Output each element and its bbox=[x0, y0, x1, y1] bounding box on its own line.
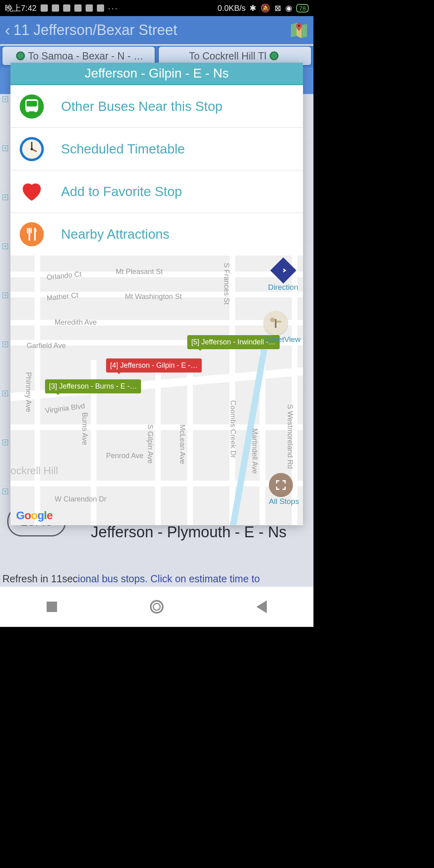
direction-icon bbox=[270, 257, 296, 283]
stop-actions-modal: Jefferson - Gilpin - E - Ns Other Buses … bbox=[10, 63, 303, 525]
svg-point-12 bbox=[31, 148, 33, 150]
street-label: McLean Ave bbox=[178, 424, 186, 464]
page-title: 11 Jefferson/Bexar Street bbox=[13, 22, 289, 39]
map-action-label: All Stops bbox=[269, 497, 299, 506]
back-button[interactable]: ‹ bbox=[5, 22, 10, 38]
refresh-countdown: Refresh in 11sec bbox=[2, 573, 78, 585]
street-label: Burns Ave bbox=[80, 412, 89, 445]
map-allstops-button[interactable]: All Stops bbox=[269, 473, 299, 506]
street-label: Coombs Creek Dr bbox=[229, 400, 237, 458]
mute-icon: 🔕 bbox=[260, 3, 270, 13]
menu-item-label: Nearby Attractions bbox=[61, 227, 170, 242]
wifi-icon: ◉ bbox=[285, 3, 292, 13]
svg-point-6 bbox=[26, 109, 29, 112]
map-stop-pin-current[interactable]: [4] Jefferson - Gilpin - E -… bbox=[106, 358, 202, 373]
svg-point-7 bbox=[34, 109, 37, 112]
street-label: S Frances St bbox=[222, 263, 231, 305]
menu-item-label: Add to Favorite Stop bbox=[61, 184, 182, 199]
street-label: Mt Washington St bbox=[125, 293, 182, 301]
status-icon bbox=[63, 4, 70, 12]
street-label: W Clarendon Dr bbox=[55, 495, 106, 504]
svg-rect-14 bbox=[29, 228, 30, 241]
expand-icon[interactable]: + bbox=[2, 145, 8, 151]
modal-title: Jefferson - Gilpin - E - Ns bbox=[10, 63, 303, 85]
svg-point-13 bbox=[20, 222, 44, 246]
street-label: Garfield Ave bbox=[27, 342, 66, 350]
system-nav-bar bbox=[0, 587, 313, 627]
streetview-icon bbox=[264, 311, 288, 335]
svg-point-19 bbox=[270, 317, 275, 322]
svg-rect-20 bbox=[276, 321, 281, 323]
street-label: Mt Pleasant St bbox=[116, 268, 163, 276]
battery-icon: 78 bbox=[296, 4, 309, 12]
menu-item-timetable[interactable]: Scheduled Timetable bbox=[10, 128, 303, 170]
expand-icon[interactable]: + bbox=[2, 440, 8, 445]
expand-icon[interactable]: + bbox=[2, 244, 8, 249]
expand-icon[interactable]: + bbox=[2, 391, 8, 396]
status-icon bbox=[97, 4, 104, 12]
nav-recent-button[interactable] bbox=[47, 602, 57, 612]
expand-icon[interactable]: + bbox=[2, 342, 8, 347]
alarm-off-icon: ⊠ bbox=[274, 3, 281, 13]
stop-name: Jefferson - Plymouth - E - Ns bbox=[91, 522, 309, 542]
clock-icon bbox=[18, 136, 45, 162]
street-label: Meredith Ave bbox=[55, 318, 97, 327]
map[interactable]: Orlando Ct Mather Ct Mt Pleasant St Mt W… bbox=[10, 256, 303, 525]
street-label: S Westmoreland Rd bbox=[286, 404, 294, 469]
nav-home-button[interactable] bbox=[150, 600, 164, 614]
status-icon bbox=[86, 4, 93, 12]
status-bar: 晚上7:42 ··· 0.0KB/s ✱ 🔕 ⊠ ◉ 78 bbox=[0, 0, 313, 16]
street-label: Virginia Blvd bbox=[45, 402, 86, 415]
street-label: Penrod Ave bbox=[106, 452, 143, 460]
menu-item-attractions[interactable]: Nearby Attractions bbox=[10, 213, 303, 256]
map-button[interactable] bbox=[289, 20, 309, 40]
bus-icon bbox=[16, 51, 25, 60]
fork-knife-icon bbox=[18, 221, 45, 248]
svg-point-2 bbox=[298, 25, 300, 27]
menu-item-label: Scheduled Timetable bbox=[61, 141, 185, 157]
status-icon bbox=[74, 4, 82, 12]
menu-item-favorite[interactable]: Add to Favorite Stop bbox=[10, 170, 303, 213]
status-more-icon: ··· bbox=[108, 4, 119, 13]
network-speed: 0.0KB/s bbox=[217, 4, 246, 13]
tab-label: To Samoa - Bexar - N - … bbox=[28, 50, 144, 62]
heart-icon bbox=[18, 178, 45, 205]
nav-back-button[interactable] bbox=[256, 600, 267, 613]
google-logo: Google bbox=[16, 509, 52, 522]
expand-icon bbox=[269, 473, 293, 497]
street-label: Phinney Ave bbox=[24, 372, 33, 412]
bus-icon bbox=[18, 93, 45, 120]
svg-rect-5 bbox=[27, 101, 37, 106]
bus-icon bbox=[270, 51, 278, 60]
tab-label: To Cockrell Hill Tl bbox=[189, 50, 266, 62]
neighborhood-label: ockrell Hill bbox=[10, 465, 58, 477]
app-header: ‹ 11 Jefferson/Bexar Street bbox=[0, 16, 313, 44]
status-icon bbox=[41, 4, 48, 12]
map-streetview-button[interactable]: StreetView bbox=[264, 311, 301, 344]
street-label: S Gilpin Ave bbox=[146, 424, 154, 464]
map-action-label: StreetView bbox=[264, 335, 301, 344]
menu-item-other-buses[interactable]: Other Buses Near this Stop bbox=[10, 85, 303, 128]
expand-icon[interactable]: + bbox=[2, 489, 8, 494]
status-icon bbox=[52, 4, 59, 12]
status-time: 晚上7:42 bbox=[5, 3, 37, 14]
map-action-label: Direction bbox=[268, 283, 298, 292]
street-label: Martindell Ave bbox=[250, 428, 259, 474]
expand-icon[interactable]: + bbox=[2, 96, 8, 102]
map-direction-button[interactable]: Direction bbox=[268, 261, 298, 292]
menu-item-label: Other Buses Near this Stop bbox=[61, 99, 223, 114]
expand-icon[interactable]: + bbox=[2, 194, 8, 200]
expand-icon[interactable]: + bbox=[2, 293, 8, 298]
svg-rect-18 bbox=[275, 319, 276, 328]
refresh-bar: Refresh in 11sec ional bus stops. Click … bbox=[0, 571, 313, 587]
svg-rect-16 bbox=[31, 228, 32, 233]
bluetooth-icon: ✱ bbox=[250, 3, 256, 13]
svg-rect-15 bbox=[27, 228, 28, 233]
hint-text: ional bus stops. Click on estimate time … bbox=[78, 573, 260, 585]
map-stop-pin[interactable]: [3] Jefferson - Burns - E -… bbox=[45, 379, 141, 393]
